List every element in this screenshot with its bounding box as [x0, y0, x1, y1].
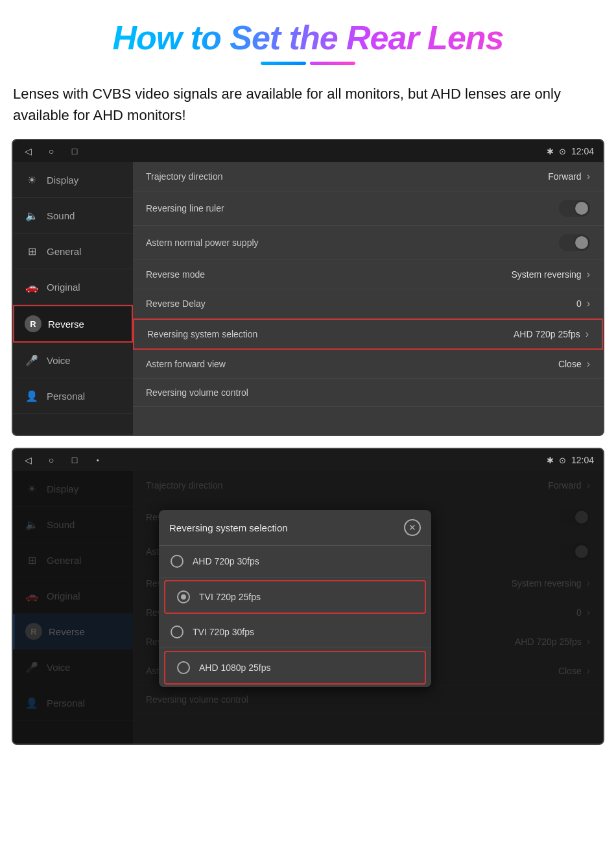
dialog-option-ahd720p30[interactable]: AHD 720p 30fps — [159, 546, 431, 577]
sidebar-label-sound: Sound — [47, 210, 75, 221]
recent-icon-2[interactable]: □ — [69, 454, 80, 466]
status-left-2: ◁ ○ □ ▪ — [22, 454, 104, 466]
original-icon: 🚗 — [23, 278, 40, 295]
dialog-overlay: Reversing system selection ✕ AHD 720p 30… — [13, 471, 603, 744]
radio-ahd1080p25 — [177, 661, 190, 674]
home-icon-2[interactable]: ○ — [45, 454, 57, 466]
value-trajectory: Forward › — [548, 171, 590, 182]
sidebar-label-personal: Personal — [47, 391, 85, 402]
time-display-2: 12:04 — [571, 455, 594, 465]
android-screen-1: ◁ ○ □ ✱ ⊙ 12:04 ☀ Display 🔈 Sound ⊞ Gene… — [12, 139, 604, 436]
chevron-forward-view: › — [587, 358, 590, 370]
label-power-supply: Astern normal power supply — [146, 237, 259, 248]
sidebar-item-personal[interactable]: 👤 Personal — [13, 378, 133, 414]
chevron-system-selection: › — [586, 328, 589, 340]
dialog-option-tvi720p30[interactable]: TVI 720p 30fps — [159, 616, 431, 648]
sidebar-label-voice: Voice — [47, 355, 71, 366]
row-reverse-delay[interactable]: Reverse Delay 0 › — [133, 289, 603, 319]
row-volume-control[interactable]: Reversing volume control — [133, 379, 603, 407]
value-forward-view: Close › — [558, 358, 590, 370]
title-underline — [13, 62, 603, 65]
status-right-2: ✱ ⊙ 12:04 — [547, 455, 594, 465]
status-left-1: ◁ ○ □ — [22, 145, 80, 157]
sound-icon: 🔈 — [23, 207, 40, 224]
value-reverse-mode: System reversing › — [512, 269, 590, 280]
sidebar-label-original: Original — [47, 282, 80, 293]
dialog-option-tvi720p25[interactable]: TVI 720p 25fps — [164, 580, 426, 614]
chevron-reverse-mode: › — [587, 269, 590, 280]
dialog-option-ahd1080p25[interactable]: AHD 1080p 25fps — [164, 651, 426, 685]
underline-pink — [310, 62, 355, 65]
sidebar-item-general[interactable]: ⊞ General — [13, 234, 133, 269]
back-icon-2[interactable]: ◁ — [22, 454, 34, 466]
label-trajectory: Trajectory direction — [146, 171, 223, 182]
dialog-close-button[interactable]: ✕ — [404, 519, 421, 536]
display-icon: ☀ — [23, 171, 40, 188]
general-icon: ⊞ — [23, 243, 40, 260]
screen-body-1: ☀ Display 🔈 Sound ⊞ General 🚗 Original R… — [13, 162, 603, 435]
dialog-header: Reversing system selection ✕ — [159, 510, 431, 546]
voice-icon: 🎤 — [23, 352, 40, 369]
option-label-ahd720p30: AHD 720p 30fps — [193, 556, 259, 566]
screen-body-2-wrapper: ☀ Display 🔈 Sound ⊞ General 🚗 Original R — [13, 471, 603, 744]
screen-record-icon: ▪ — [92, 454, 104, 466]
bluetooth-icon-2: ✱ — [547, 455, 554, 465]
text-system-reversing: System reversing — [512, 269, 582, 280]
dialog-box[interactable]: Reversing system selection ✕ AHD 720p 30… — [159, 510, 431, 687]
page-header: How to Set the Rear Lens — [0, 0, 616, 83]
location-icon: ⊙ — [559, 147, 566, 156]
value-system-selection: AHD 720p 25fps › — [514, 328, 589, 340]
back-icon[interactable]: ◁ — [22, 145, 34, 157]
label-line-ruler: Reversing line ruler — [146, 203, 224, 213]
row-system-selection[interactable]: Reversing system selection AHD 720p 25fp… — [133, 319, 603, 350]
option-label-tvi720p30: TVI 720p 30fps — [193, 627, 254, 637]
text-close: Close — [558, 359, 582, 369]
personal-icon: 👤 — [23, 387, 40, 404]
reverse-badge: R — [25, 315, 41, 332]
radio-tvi720p25 — [177, 590, 190, 603]
radio-ahd720p30 — [171, 555, 184, 568]
row-line-ruler[interactable]: Reversing line ruler — [133, 191, 603, 226]
label-forward-view: Astern forward view — [146, 359, 226, 369]
content-panel-1: Trajectory direction Forward › Reversing… — [133, 162, 603, 435]
location-icon-2: ⊙ — [559, 455, 566, 465]
android-screen-2: ◁ ○ □ ▪ ✱ ⊙ 12:04 ☀ Display 🔈 Sound — [12, 448, 604, 745]
label-reverse-delay: Reverse Delay — [146, 298, 206, 309]
label-reverse-mode: Reverse mode — [146, 269, 205, 280]
chevron-reverse-delay: › — [587, 298, 590, 310]
sidebar-label-reverse: Reverse — [48, 319, 84, 330]
bluetooth-icon: ✱ — [547, 147, 554, 156]
subtitle-text: Lenses with CVBS video signals are avail… — [0, 83, 616, 139]
toggle-line-ruler[interactable] — [559, 200, 590, 217]
row-reverse-mode[interactable]: Reverse mode System reversing › — [133, 260, 603, 289]
value-reverse-delay: 0 › — [576, 298, 590, 310]
label-system-selection: Reversing system selection — [147, 329, 257, 339]
text-ahd720p: AHD 720p 25fps — [514, 329, 580, 339]
status-right-1: ✱ ⊙ 12:04 — [547, 146, 594, 156]
label-volume-control: Reversing volume control — [146, 387, 248, 398]
sidebar-label-display: Display — [47, 175, 78, 186]
row-trajectory[interactable]: Trajectory direction Forward › — [133, 162, 603, 191]
sidebar-label-general: General — [47, 246, 81, 257]
sidebar-item-sound[interactable]: 🔈 Sound — [13, 198, 133, 234]
home-icon[interactable]: ○ — [45, 145, 57, 157]
time-display-1: 12:04 — [571, 146, 594, 156]
status-bar-2: ◁ ○ □ ▪ ✱ ⊙ 12:04 — [13, 449, 603, 471]
sidebar-item-voice[interactable]: 🎤 Voice — [13, 343, 133, 378]
radio-inner-tvi720p25 — [181, 594, 186, 600]
text-zero: 0 — [576, 298, 582, 309]
option-label-tvi720p25: TVI 720p 25fps — [199, 592, 261, 602]
underline-blue — [261, 62, 306, 65]
row-power-supply[interactable]: Astern normal power supply — [133, 226, 603, 260]
status-bar-1: ◁ ○ □ ✱ ⊙ 12:04 — [13, 140, 603, 162]
toggle-power-supply[interactable] — [559, 234, 590, 251]
row-forward-view[interactable]: Astern forward view Close › — [133, 350, 603, 379]
text-forward: Forward — [548, 171, 581, 182]
sidebar-item-reverse[interactable]: R Reverse — [13, 305, 133, 343]
sidebar-item-original[interactable]: 🚗 Original — [13, 269, 133, 305]
recent-icon[interactable]: □ — [69, 145, 80, 157]
page-title: How to Set the Rear Lens — [13, 19, 603, 56]
dialog-title: Reversing system selection — [169, 522, 288, 533]
sidebar-item-display[interactable]: ☀ Display — [13, 162, 133, 198]
chevron-trajectory: › — [587, 171, 590, 182]
